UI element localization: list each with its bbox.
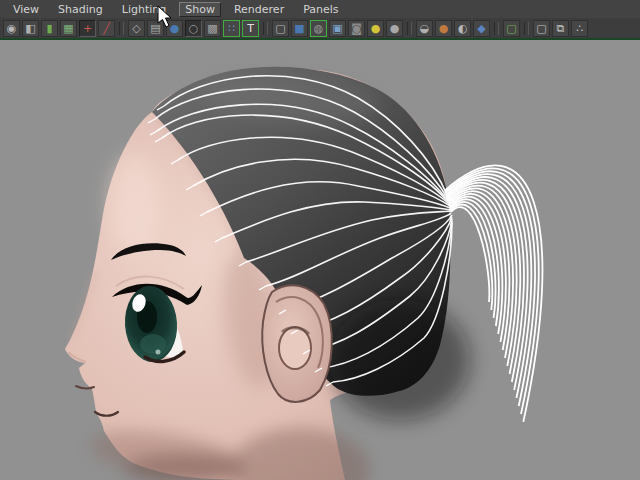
toolbar-separator (263, 22, 268, 35)
use-default-material-button[interactable]: ◙ (348, 20, 365, 37)
shadows-icon: ◒ (420, 20, 430, 37)
menu-item-lighting[interactable]: Lighting (116, 2, 172, 17)
viewport-3d[interactable] (0, 40, 640, 480)
layers-display-button[interactable]: ⧉ (552, 20, 569, 37)
depth-of-field-icon: ◆ (477, 20, 485, 37)
smooth-shade-all-button[interactable]: ■ (291, 20, 308, 37)
menu-item-panels[interactable]: Panels (297, 2, 344, 17)
smooth-shade-all-icon: ■ (294, 20, 304, 37)
gate-mask-button[interactable]: ○ (185, 20, 202, 37)
film-gate-button[interactable]: ▤ (147, 20, 164, 37)
viewport-menu-bar: View Shading Lighting Show Renderer Pane… (0, 0, 640, 18)
xray-icon: ▢ (536, 20, 546, 37)
camera-attributes-icon: ◧ (25, 20, 35, 37)
textured-button[interactable]: ◍ (310, 20, 327, 37)
wireframe-on-shaded-button[interactable]: ▣ (329, 20, 346, 37)
menu-item-show[interactable]: Show (179, 2, 221, 17)
ambient-occlusion-button[interactable]: ● (435, 20, 452, 37)
resolution-gate-button[interactable]: ● (166, 20, 183, 37)
isolate-select-button[interactable]: ▢ (503, 20, 520, 37)
xray-button[interactable]: ▢ (533, 20, 550, 37)
toolbar-separator (524, 22, 529, 35)
layers-display-icon: ⧉ (557, 20, 565, 37)
menu-item-renderer[interactable]: Renderer (228, 2, 290, 17)
select-camera-icon: ◉ (7, 20, 17, 37)
depth-of-field-button[interactable]: ◆ (473, 20, 490, 37)
safe-title-button[interactable]: T (242, 20, 259, 37)
safe-action-button[interactable]: ∷ (223, 20, 240, 37)
grease-pencil-icon: ╱ (103, 20, 110, 37)
textured-icon: ◍ (314, 20, 324, 37)
image-plane-icon: ▦ (63, 20, 73, 37)
film-gate-icon: ▤ (150, 20, 160, 37)
toolbar-separator (494, 22, 499, 35)
ear (262, 285, 332, 402)
isolate-select-icon: ▢ (506, 20, 516, 37)
gate-mask-icon: ○ (189, 20, 199, 37)
resolution-gate-icon: ● (170, 20, 180, 37)
menu-item-view[interactable]: View (7, 2, 45, 17)
safe-action-icon: ∷ (228, 20, 235, 37)
use-default-material-icon: ◙ (351, 20, 362, 37)
lights-icon: ● (371, 20, 381, 37)
wireframe-on-shaded-icon: ▣ (332, 20, 342, 37)
maya-viewport-panel: { "menu_bar": { "items": [ {"label": "Vi… (0, 0, 640, 480)
bookmarks-button[interactable]: ▮ (41, 20, 58, 37)
grid-button[interactable]: ◇ (128, 20, 145, 37)
lights-button[interactable]: ● (367, 20, 384, 37)
pan-zoom-2d-button[interactable]: + (79, 20, 96, 37)
scene-render (0, 40, 640, 480)
grease-pencil-button[interactable]: ╱ (98, 20, 115, 37)
select-camera-button[interactable]: ◉ (3, 20, 20, 37)
share-view-button[interactable]: ∴ (571, 20, 588, 37)
wireframe-button[interactable]: ▢ (272, 20, 289, 37)
camera-attributes-button[interactable]: ◧ (22, 20, 39, 37)
safe-title-icon: T (247, 20, 254, 37)
viewport-toolbar: ◉◧▮▦+╱◇▤●○▩∷T▢■◍▣◙●●◒●◐◆▢▢⧉∴ (0, 18, 640, 38)
share-view-icon: ∴ (576, 20, 583, 37)
two-sided-lighting-icon: ● (390, 20, 400, 37)
menu-item-shading[interactable]: Shading (52, 2, 109, 17)
field-chart-button[interactable]: ▩ (204, 20, 221, 37)
two-sided-lighting-button[interactable]: ● (386, 20, 403, 37)
ambient-occlusion-icon: ● (439, 20, 449, 37)
motion-blur-icon: ◐ (458, 20, 468, 37)
field-chart-icon: ▩ (207, 20, 217, 37)
bookmarks-icon: ▮ (46, 20, 52, 37)
toolbar-separator (119, 22, 124, 35)
motion-blur-button[interactable]: ◐ (454, 20, 471, 37)
toolbar-separator (407, 22, 412, 35)
pan-zoom-2d-icon: + (83, 20, 92, 37)
image-plane-button[interactable]: ▦ (60, 20, 77, 37)
shadows-button[interactable]: ◒ (416, 20, 433, 37)
wireframe-icon: ▢ (275, 20, 285, 37)
grid-icon: ◇ (132, 20, 140, 37)
